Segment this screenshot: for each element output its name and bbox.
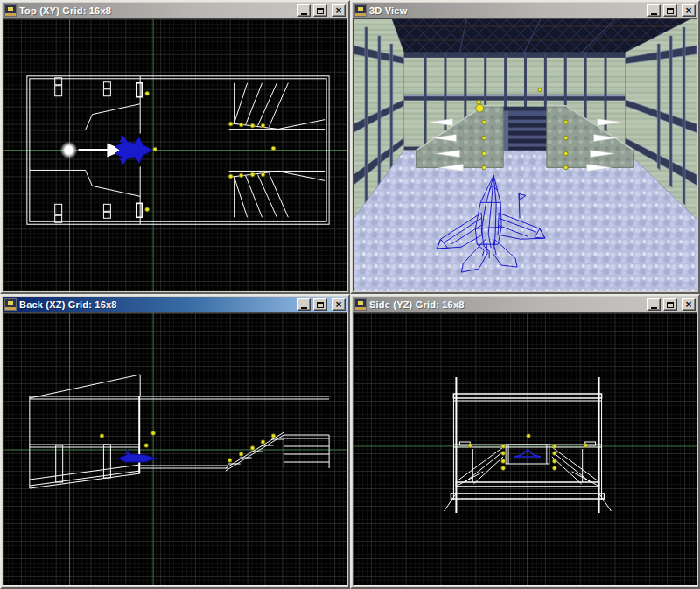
close-button[interactable]: × [682,4,696,17]
editor-workspace: Top (XY) Grid: 16x8 × [0,0,700,589]
item-pickup[interactable] [145,207,150,212]
item-pickup[interactable] [250,172,255,177]
item-pickup[interactable] [501,459,506,464]
item-pickup[interactable] [553,466,557,471]
item-pickup[interactable] [482,165,486,170]
maximize-icon [317,302,324,308]
close-icon: × [685,300,691,309]
item-pickup[interactable] [261,440,265,445]
item-pickup[interactable] [477,100,481,104]
item-pickup[interactable] [501,452,506,456]
maximize-button[interactable] [313,298,327,311]
item-pickup[interactable] [501,466,506,471]
item-pickup[interactable] [538,88,542,92]
item-pickup[interactable] [553,445,557,449]
item-pickup[interactable] [553,452,557,456]
item-pickup[interactable] [527,434,531,438]
viewport-3d[interactable] [353,18,697,291]
item-pickup[interactable] [261,172,265,177]
top-xy-canvas [4,19,346,291]
item-pickup[interactable] [250,123,255,128]
floor [354,151,696,291]
item-pickup[interactable] [482,151,486,156]
titlebar-3d-view[interactable]: 3D View × [353,3,697,18]
item-pickup[interactable] [482,120,486,124]
viewport-back-xz[interactable] [3,312,347,586]
viewport-top-xy[interactable] [3,18,347,291]
app-icon [4,4,17,17]
item-pickup[interactable] [228,122,233,126]
player-start-glow [60,142,78,159]
window-title: Back (XZ) Grid: 16x8 [19,299,294,310]
close-button[interactable]: × [332,298,346,311]
app-icon [4,298,17,311]
maximize-button[interactable] [663,4,677,17]
item-pickup[interactable] [584,444,588,448]
item-pickup[interactable] [564,136,568,140]
viewport-side-yz[interactable] [353,312,697,586]
item-pickup[interactable] [228,174,233,179]
item-pickup[interactable] [261,123,265,128]
close-button[interactable]: × [332,4,346,17]
item-pickup[interactable] [271,434,276,438]
window-top-xy: Top (XY) Grid: 16x8 × [0,0,350,294]
window-title: 3D View [369,5,644,16]
maximize-icon [317,8,324,14]
item-pickup[interactable] [228,459,232,463]
minimize-icon [301,307,307,309]
item-pickup[interactable] [151,431,156,436]
item-pickup[interactable] [239,173,243,178]
app-icon [354,4,367,17]
maximize-button[interactable] [313,4,327,17]
maximize-icon [667,8,674,14]
minimize-button[interactable] [297,4,311,17]
item-pickup[interactable] [553,459,557,464]
item-pickup[interactable] [271,146,276,151]
minimize-icon [301,13,307,15]
item-pickup[interactable] [482,136,486,140]
item-pickup[interactable] [153,147,158,151]
titlebar-top-xy[interactable]: Top (XY) Grid: 16x8 × [3,3,347,18]
titlebar-side-yz[interactable]: Side (YZ) Grid: 16x8 × [353,297,697,312]
app-icon [354,298,367,311]
minimize-button[interactable] [647,298,661,311]
close-icon: × [335,6,341,15]
item-pickup[interactable] [239,452,243,457]
item-pickup[interactable] [476,104,484,112]
minimize-icon [651,13,657,15]
item-pickup[interactable] [250,446,255,451]
window-title: Top (XY) Grid: 16x8 [19,5,294,16]
back-xz-canvas [4,313,346,585]
close-icon: × [335,300,341,309]
maximize-button[interactable] [663,298,677,311]
close-button[interactable]: × [682,298,696,311]
item-pickup[interactable] [501,445,506,449]
side-yz-canvas [354,313,696,585]
window-side-yz: Side (YZ) Grid: 16x8 × [350,294,700,589]
item-pickup[interactable] [564,151,568,156]
minimize-icon [651,307,657,309]
item-pickup[interactable] [100,434,104,438]
item-pickup[interactable] [468,444,472,448]
titlebar-back-xz[interactable]: Back (XZ) Grid: 16x8 × [3,297,347,312]
item-pickup[interactable] [144,444,149,448]
item-pickup[interactable] [145,91,150,95]
minimize-button[interactable] [297,298,311,311]
window-back-xz: Back (XZ) Grid: 16x8 × [0,294,350,589]
window-3d-view: 3D View × [350,0,700,294]
maximize-icon [667,302,674,308]
window-title: Side (YZ) Grid: 16x8 [369,299,644,310]
item-pickup[interactable] [564,120,568,124]
item-pickup[interactable] [564,165,568,170]
minimize-button[interactable] [647,4,661,17]
close-icon: × [685,6,691,15]
hangar-scene [354,19,696,291]
item-pickup[interactable] [239,123,243,127]
